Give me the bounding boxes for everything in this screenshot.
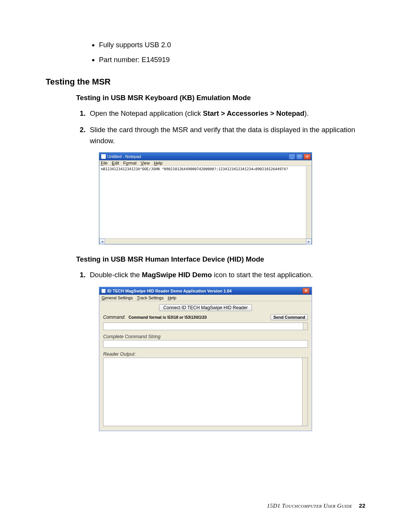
reader-output-label: Reader Output: <box>103 351 308 357</box>
titlebar-left: Untitled - Notepad <box>101 154 141 159</box>
hid-body: Connect ID TECH MagSwipe HID Reader Comm… <box>99 301 312 431</box>
feature-bullet-list: Fully supports USB 2.0 Part number: E145… <box>99 38 365 66</box>
step-bold-path: Start > Accessories > Notepad <box>203 109 304 117</box>
send-command-button[interactable]: Send Command <box>271 314 308 320</box>
command-row: Command: Command format is \53\18 or \53… <box>103 314 308 320</box>
reader-output-box[interactable] <box>103 358 308 426</box>
figure-hid-demo: ID TECH MagSwipe HID Reader Demo Applica… <box>99 287 365 431</box>
complete-command-input[interactable] <box>103 340 308 348</box>
window-control-buttons: _ □ ✕ <box>288 154 311 160</box>
kb-steps-list: Open the Notepad application (click Star… <box>88 108 365 146</box>
hid-menubar: General Settings Track Settings Help <box>99 295 312 301</box>
command-input[interactable] <box>103 323 308 330</box>
kb-step-1: Open the Notepad application (click Star… <box>88 108 365 119</box>
vertical-scrollbar[interactable] <box>306 166 312 238</box>
scroll-left-arrow-icon[interactable]: ◄ <box>99 239 105 244</box>
notepad-content: %B123412341234123A^DOE/JOHN ^09021012644… <box>99 166 312 172</box>
notepad-window: Untitled - Notepad _ □ ✕ FFileile Edit F… <box>99 152 312 244</box>
hid-titlebar: ID TECH MagSwipe HID Reader Demo Applica… <box>99 287 312 295</box>
output-vertical-scrollbar[interactable] <box>302 358 307 426</box>
notepad-title: Untitled - Notepad <box>107 154 141 159</box>
menu-edit[interactable]: Edit <box>112 161 119 165</box>
menu-file[interactable]: FFileile <box>101 161 108 165</box>
menu-help[interactable]: Help <box>168 296 177 300</box>
hid-step-1: Double-click the MagSwipe HID Demo icon … <box>88 270 365 281</box>
menu-view[interactable]: View <box>141 161 150 165</box>
notepad-menubar: FFileile Edit Format View Help <box>99 160 312 166</box>
maximize-button[interactable]: □ <box>296 154 303 160</box>
notepad-titlebar: Untitled - Notepad _ □ ✕ <box>99 153 312 160</box>
menu-track-settings[interactable]: Track Settings <box>137 296 164 300</box>
step-text: Double-click the <box>90 271 142 279</box>
notepad-text-area[interactable]: %B123412341234123A^DOE/JOHN ^09021012644… <box>99 166 312 238</box>
kb-step-2: Slide the card through the MSR and verif… <box>88 125 365 146</box>
horizontal-scrollbar[interactable]: ◄ ► <box>99 238 312 244</box>
footer-book-title: 15D1 Touchcomputer User Guide <box>267 503 352 509</box>
hid-app-icon <box>102 289 105 293</box>
step-text: ). <box>304 109 309 117</box>
command-label: Command: <box>103 315 126 320</box>
minimize-button[interactable]: _ <box>288 154 295 160</box>
subsection-kb-mode: Testing in USB MSR Keyboard (KB) Emulati… <box>76 94 365 102</box>
hid-title: ID TECH MagSwipe HID Reader Demo Applica… <box>107 289 232 293</box>
menu-format[interactable]: Format <box>123 161 137 165</box>
feature-bullet: Part number: E145919 <box>99 53 365 66</box>
menu-general-settings[interactable]: General Settings <box>102 296 133 300</box>
input-scroll-stub <box>303 323 307 330</box>
hid-demo-window: ID TECH MagSwipe HID Reader Demo Applica… <box>99 287 312 431</box>
close-button[interactable]: ✕ <box>304 154 311 160</box>
document-page: Fully supports USB 2.0 Part number: E145… <box>0 0 411 532</box>
hid-steps-list: Double-click the MagSwipe HID Demo icon … <box>88 270 365 281</box>
connect-reader-button[interactable]: Connect ID TECH MagSwipe HID Reader <box>159 304 252 311</box>
feature-bullet: Fully supports USB 2.0 <box>99 38 365 51</box>
figure-notepad: Untitled - Notepad _ □ ✕ FFileile Edit F… <box>99 152 365 244</box>
step-text: Open the Notepad application (click <box>90 109 203 117</box>
menu-help[interactable]: Help <box>154 161 162 165</box>
footer-page-number: 22 <box>359 502 365 509</box>
step-text: icon to start the test application. <box>212 271 313 279</box>
complete-command-label: Complete Command String <box>103 334 308 339</box>
step-bold-app: MagSwipe HID Demo <box>142 271 212 279</box>
page-footer: 15D1 Touchcomputer User Guide 22 <box>267 502 365 509</box>
notepad-app-icon <box>101 154 106 159</box>
command-hint: Command format is \53\18 or \53\13\01\33 <box>129 315 207 320</box>
close-button[interactable]: ✕ <box>303 288 309 294</box>
section-heading-testing-msr: Testing the MSR <box>46 77 365 87</box>
subsection-hid-mode: Testing in USB MSR Human Interface Devic… <box>76 255 365 264</box>
scroll-right-arrow-icon[interactable]: ► <box>306 239 312 244</box>
